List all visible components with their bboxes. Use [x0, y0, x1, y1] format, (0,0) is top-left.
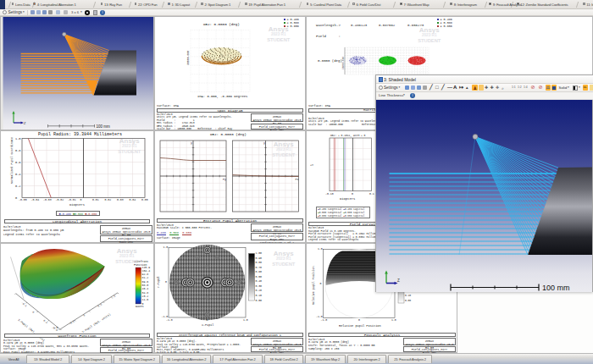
svg-text:0: 0 [83, 314, 86, 317]
svg-text:0.5: 0.5 [42, 319, 47, 324]
svg-text:Z: Z [397, 279, 400, 283]
svg-text:0.5: 0.5 [97, 303, 103, 308]
svg-text:1.5: 1.5 [111, 295, 116, 300]
svg-text:100 mm: 100 mm [542, 283, 570, 291]
svg-text:-0.5: -0.5 [69, 320, 75, 326]
svg-text:100 mm: 100 mm [97, 124, 111, 129]
svg-text:0: 0 [31, 311, 34, 314]
svg-text:-0.5: -0.5 [20, 301, 27, 307]
